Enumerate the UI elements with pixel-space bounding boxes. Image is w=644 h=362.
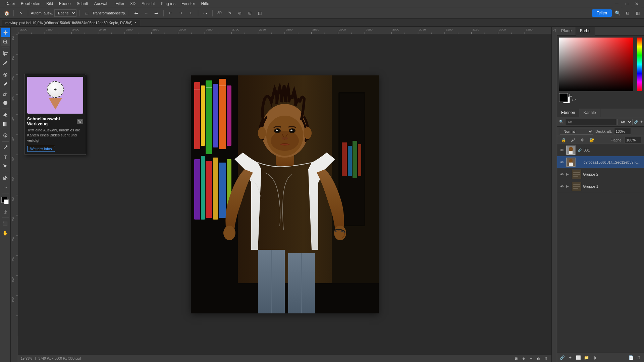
shape-tool[interactable] [1,174,10,182]
layer-vis-gruppe2[interactable]: 👁 [559,172,565,177]
menu-bearbeiten[interactable]: Bearbeiten [18,1,43,7]
layer-item-001[interactable]: 👁 🔗 001 [557,144,644,156]
layers-filter-dropdown[interactable]: Art [618,119,633,125]
tab-ebenen[interactable]: Ebenen [557,109,579,117]
document-tab[interactable]: movkup.psd bei 19,9% (c9fbcaa1566c81fb88… [2,20,140,26]
transform-controls-btn[interactable]: ⬚ [82,9,91,17]
menu-3d[interactable]: 3D [128,1,138,7]
move-tool[interactable] [1,28,10,37]
add-mask-btn[interactable]: ⬜ [575,354,582,361]
gradient-tool[interactable] [1,120,10,128]
align-center-btn[interactable]: ↔ [142,9,151,17]
arrange-btn[interactable]: ⊞ [246,9,254,17]
color-gradient-picker[interactable] [559,38,633,91]
align-right-btn[interactable]: ➡ [152,9,161,17]
clone-stamp-tool[interactable] [1,89,10,98]
3d-btn[interactable]: 3D [215,9,224,17]
lock-transparent-btn[interactable]: 🔒 [560,136,567,144]
canvas-area[interactable]: 2300 2350 2400 2450 2500 2550 2600 2650 [11,27,551,362]
panel-toggle-btn[interactable]: ▥ [633,9,642,17]
window-maximize-btn[interactable]: □ [623,0,631,8]
align-left-btn[interactable]: ⬅ [132,9,141,17]
share-button[interactable]: Teilen [592,9,612,17]
search-toolbar-btn[interactable]: 🔍 [613,9,622,17]
menu-schrift[interactable]: Schrift [74,1,91,7]
new-group-btn[interactable]: 📁 [583,354,590,361]
photo-canvas[interactable] [191,75,379,313]
crop-tool[interactable] [1,49,10,58]
menu-bild[interactable]: Bild [44,1,56,7]
reset-colors-icon[interactable]: ↩ [572,97,576,103]
dodge-tool[interactable] [1,131,10,140]
distribute-left-btn[interactable]: ⊢ [166,9,175,17]
layer-vis-kopie[interactable]: 👁 [559,160,565,165]
status-color-btn[interactable]: ◐ [535,356,541,362]
hue-slider[interactable] [637,38,642,91]
auto-select-dropdown[interactable]: Ebene [54,9,76,17]
home-btn[interactable]: 🏠 [2,9,11,17]
more-tools-btn[interactable]: ··· [1,183,10,192]
collapse-strip-icon[interactable]: ◁ [552,28,556,32]
background-color[interactable] [4,199,9,204]
link-layers-btn[interactable]: 🔗 [558,354,566,361]
menu-ebene[interactable]: Ebene [56,1,73,7]
lock-pixels-btn[interactable]: 🖌 [569,136,577,144]
distribute-right-btn[interactable]: ⊥ [186,9,195,17]
pen-tool[interactable] [1,143,10,152]
fg-bg-colors[interactable] [1,196,10,205]
quick-mask-btn[interactable]: ◎ [1,207,10,216]
tab-farbe[interactable]: Farbe [576,27,595,36]
new-adjustment-btn[interactable]: ◑ [591,354,598,361]
layer-item-gruppe1[interactable]: 👁 ▶ Gruppe 1 [557,180,644,192]
status-settings-btn[interactable]: ⚙ [543,356,549,362]
path-select-tool[interactable] [1,162,10,171]
hand-tool[interactable]: ✋ [1,229,10,237]
menu-plugins[interactable]: Plug-ins [158,1,178,7]
layer-vis-gruppe1[interactable]: 👁 [559,184,565,189]
artboard-btn[interactable]: ◫ [256,9,264,17]
status-grid-btn[interactable]: ⊞ [513,356,519,362]
new-layer-btn[interactable]: 📄 [627,354,635,361]
view-toggle-btn[interactable]: ⊡ [623,9,632,17]
fill-input[interactable] [625,137,641,143]
delete-layer-btn[interactable]: 🗑 [635,354,643,361]
foreground-swatch[interactable] [559,93,568,102]
snap-btn[interactable]: ⊕ [235,9,244,17]
tab-kanaele[interactable]: Kanäle [579,109,600,117]
menu-ansicht[interactable]: Ansicht [139,1,157,7]
opacity-input[interactable] [614,128,631,135]
lock-position-btn[interactable]: ✥ [579,136,586,144]
quick-select-tool[interactable] [1,38,10,46]
window-close-btn[interactable]: ✕ [633,0,641,8]
screen-mode-btn[interactable]: ⬛ [1,219,10,228]
add-style-btn[interactable]: ✦ [567,354,574,361]
layer-link-btn[interactable]: 🔗 [634,119,639,125]
canvas-document[interactable] [18,34,551,355]
text-tool[interactable]: T [1,153,10,161]
layer-effect-btn[interactable]: ✦ [640,119,643,125]
menu-hilfe[interactable]: Hilfe [199,1,212,7]
menu-auswahl[interactable]: Auswahl [92,1,112,7]
more-options-btn[interactable]: ··· [201,9,210,17]
history-brush-tool[interactable] [1,99,10,107]
eraser-tool[interactable] [1,110,10,119]
tooltip-more-link[interactable]: Weitere Infos [27,146,55,152]
status-snap-btn[interactable]: ⊕ [521,356,527,362]
move-tool-btn[interactable]: ↖ [16,9,25,17]
layer-vis-001[interactable]: 👁 [559,147,565,153]
layer-item-kopie[interactable]: 👁 c9fbcaa1566c81f...Sec12eb39 Kopie [557,156,644,168]
layers-search-input[interactable] [565,119,616,125]
layer-expand-gruppe1[interactable]: ▶ [566,184,570,188]
spot-heal-tool[interactable] [1,70,10,79]
window-minimize-btn[interactable]: ─ [612,0,621,8]
status-align-btn[interactable]: ⊣ [528,356,534,362]
tab-pfade[interactable]: Pfade [557,27,576,35]
distribute-center-btn[interactable]: ⊣ [176,9,185,17]
menu-datei[interactable]: Datei [3,1,17,7]
layer-expand-gruppe2[interactable]: ▶ [566,172,570,176]
menu-fenster[interactable]: Fenster [179,1,198,7]
menu-filter[interactable]: Filter [113,1,127,7]
tab-close-btn[interactable]: × [135,21,137,24]
brush-tool[interactable] [1,80,10,88]
blend-mode-select[interactable]: Normal [560,128,593,135]
